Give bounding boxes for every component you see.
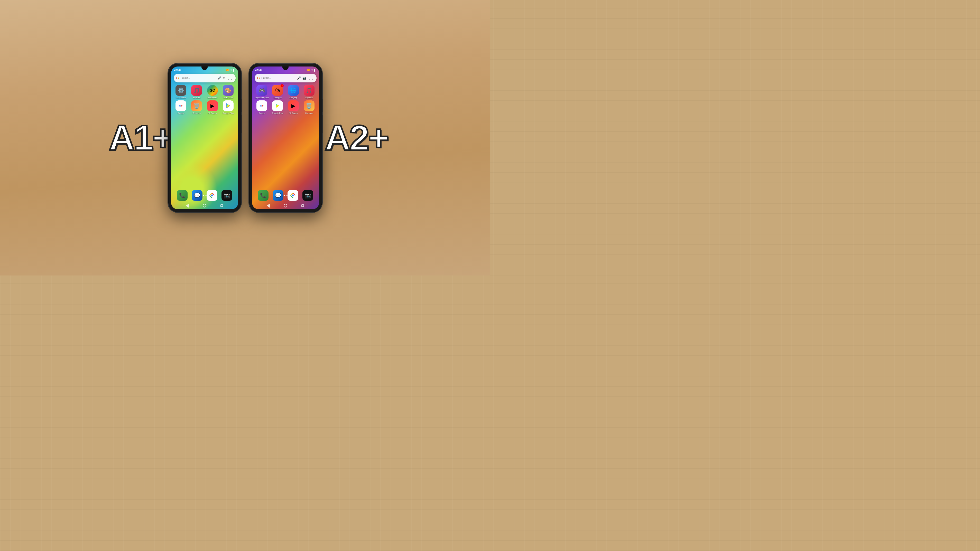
search-bar-a2[interactable]: G Поиск... 🎤 📷 ⋮⋮	[255, 74, 317, 83]
google-icon-a1: G ▶	[175, 100, 186, 111]
lens-icon-a2[interactable]: 📷	[302, 76, 306, 80]
nav-bar-a1	[171, 203, 238, 208]
google-label-a1: Google	[178, 112, 184, 114]
dock-phone-a2[interactable]: 📞	[256, 190, 271, 202]
google-g-a1: G	[176, 76, 179, 80]
app-grid-a2: 🎮 Игровой центр 🛍 1 GetApps	[252, 85, 319, 116]
play-icon-a1	[223, 100, 234, 111]
getapps-icon-a2: 🛍 1	[272, 85, 283, 96]
music-label-a1: Музыка	[193, 97, 200, 99]
screen-a2: 22:08 📶 ▼ ▌ G Поиск... 🎤 📷 ⋮⋮	[252, 67, 319, 209]
dock-chrome-a2[interactable]	[285, 190, 301, 202]
app-mivideo-a2[interactable]: ▶ Mi Видео	[286, 100, 301, 114]
status-time-a1: 22:08	[174, 68, 181, 71]
app-cleaner-a2[interactable]: 🗑️ Очистка	[302, 100, 317, 114]
wifi-icon-a2: ▼	[311, 69, 313, 71]
app-play-a2[interactable]: Google Play	[270, 100, 285, 114]
getapps-badge-a2: 1	[281, 84, 284, 87]
music-icon-a2: 🎵	[304, 85, 315, 96]
gamecenter-icon-a2: 🎮	[256, 85, 267, 96]
getapps-label-a2: GetApps	[274, 97, 282, 99]
phone-icon-a1: 📞	[177, 190, 188, 201]
apps-icon-a2[interactable]: ⋮⋮	[308, 76, 314, 80]
app-grid-a1: ⚙️ Настройки 🎵 Музыка GO Асси	[171, 85, 238, 116]
assistant-label-a1: Ассистент	[208, 97, 217, 99]
dock-camera-a1[interactable]: 📷	[220, 190, 234, 202]
app-getapps-a2[interactable]: 🛍 1 GetApps	[270, 85, 285, 99]
chrome-icon-a2	[288, 190, 298, 201]
phones-container: 22:08 📶 ▼ ▌ G Поиск... 🎤 ⊙ ⋮⋮	[168, 64, 322, 212]
app-row-1-a1: ⚙️ Настройки 🎵 Музыка GO Асси	[173, 85, 236, 99]
battery-icon-a2: ▌	[314, 69, 316, 71]
signal-icon-a2: 📶	[307, 69, 310, 71]
search-text-a2: Поиск...	[261, 76, 295, 79]
lens-icon-a1[interactable]: ⊙	[223, 76, 225, 80]
themes-label-a1: Темы MIUI	[223, 97, 233, 99]
apps-icon-a1[interactable]: ⋮⋮	[227, 76, 233, 80]
phone-a2: 22:08 📶 ▼ ▌ G Поиск... 🎤 📷 ⋮⋮	[249, 64, 322, 212]
dock-camera-a2[interactable]: 📷	[301, 190, 315, 202]
dock-messages-a2[interactable]: 💬	[270, 190, 285, 202]
svg-marker-4	[276, 104, 279, 108]
app-google-a2[interactable]: G ▶ Google	[255, 100, 269, 114]
nav-bar-a2	[252, 203, 319, 208]
browser-label-a2: Браузер	[290, 97, 297, 99]
app-row-1-a2: 🎮 Игровой центр 🛍 1 GetApps	[254, 85, 317, 99]
status-bar-a1: 22:08 📶 ▼ ▌	[171, 67, 238, 73]
settings-icon-a1: ⚙️	[175, 85, 186, 96]
recent-btn-a2[interactable]	[301, 203, 305, 208]
back-btn-a1[interactable]	[185, 203, 189, 208]
play-label-a1: Google Play	[223, 112, 234, 114]
app-play-a1[interactable]: Google Play	[221, 100, 235, 114]
status-bar-a2: 22:08 📶 ▼ ▌	[252, 67, 319, 73]
music-icon-a1: 🎵	[191, 85, 202, 96]
app-mivideo-a1[interactable]: ▶ Mi Видео	[205, 100, 220, 114]
app-music-a1[interactable]: 🎵 Музыка	[189, 85, 204, 99]
app-row-2-a1: G ▶ Google 🗑️ Очистка	[173, 100, 236, 114]
status-time-a2: 22:08	[255, 68, 262, 71]
volume-button-a1	[241, 115, 242, 133]
play-icon-a2	[272, 100, 283, 111]
cleaner-icon-a2: 🗑️	[304, 100, 315, 111]
messages-icon-a2: 💬	[273, 190, 283, 201]
recent-btn-a1[interactable]	[220, 203, 224, 208]
app-assistant-a1[interactable]: GO Ассистент	[205, 85, 220, 99]
search-bar-a1[interactable]: G Поиск... 🎤 ⊙ ⋮⋮	[174, 74, 235, 83]
dock-a1: 📞 💬	[171, 190, 238, 202]
wifi-icon-a1: ▼	[230, 69, 232, 71]
app-cleaner-a1[interactable]: 🗑️ Очистка	[189, 100, 204, 114]
app-row-2-a2: G ▶ Google	[254, 100, 317, 114]
app-music-a2[interactable]: 🎵 Музыка	[302, 85, 317, 99]
google-g-a2: G	[257, 76, 260, 80]
power-button-a2	[322, 99, 323, 112]
svg-point-6	[292, 194, 294, 196]
google-icon-a2: G ▶	[256, 100, 267, 111]
dock-chrome-a1[interactable]	[205, 190, 220, 202]
mic-icon-a1[interactable]: 🎤	[217, 76, 221, 80]
mivideo-icon-a1: ▶	[207, 100, 218, 111]
mivideo-icon-a2: ▶	[288, 100, 299, 111]
mic-icon-a2[interactable]: 🎤	[297, 76, 301, 80]
status-icons-a2: 📶 ▼ ▌	[307, 69, 316, 71]
sim-icon-a1: 📶	[226, 69, 229, 71]
wallpaper-a2: 22:08 📶 ▼ ▌ G Поиск... 🎤 📷 ⋮⋮	[252, 67, 319, 209]
home-btn-a1[interactable]	[202, 203, 207, 208]
cleaner-label-a1: Очистка	[193, 112, 200, 114]
home-btn-a2[interactable]	[283, 203, 288, 208]
app-settings-a1[interactable]: ⚙️ Настройки	[173, 85, 188, 99]
power-button-a1	[241, 99, 242, 112]
wallpaper-a1: 22:08 📶 ▼ ▌ G Поиск... 🎤 ⊙ ⋮⋮	[171, 67, 238, 209]
app-gamecenter-a2[interactable]: 🎮 Игровой центр	[255, 85, 269, 99]
mivideo-label-a2: Mi Видео	[289, 112, 298, 114]
search-text-a1: Поиск...	[180, 76, 216, 79]
app-browser-a2[interactable]: 🌐 Браузер	[286, 85, 301, 99]
app-themes-a1[interactable]: 🎨 Темы MIUI	[221, 85, 235, 99]
dock-phone-a1[interactable]: 📞	[175, 190, 190, 202]
music-label-a2: Музыка	[305, 97, 313, 99]
svg-marker-1	[226, 104, 230, 108]
dock-messages-a1[interactable]: 💬	[189, 190, 205, 202]
app-google-a1[interactable]: G ▶ Google	[173, 100, 188, 114]
camera-icon-a1: 📷	[221, 190, 232, 201]
browser-icon-a2: 🌐	[288, 85, 299, 96]
back-btn-a2[interactable]	[266, 203, 270, 208]
